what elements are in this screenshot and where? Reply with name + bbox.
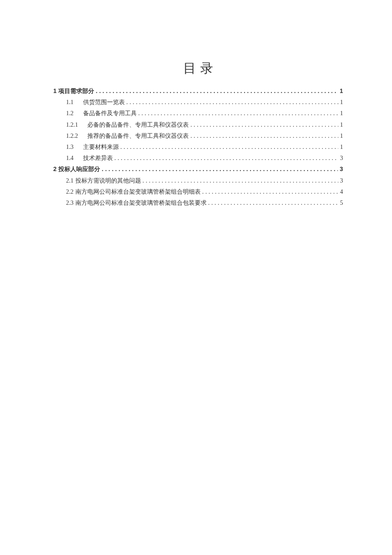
toc-entry-number: 1 bbox=[53, 86, 57, 96]
toc-entry-number: 1.2.1 bbox=[66, 119, 78, 130]
toc-entry-text: 南方电网公司标准台架变玻璃管桥架组合包装要求 bbox=[75, 198, 207, 208]
toc-entry-page: 5 bbox=[340, 198, 343, 208]
toc-entry-number: 2 bbox=[53, 164, 57, 174]
toc-entry-number: 2.2 bbox=[66, 186, 74, 197]
toc-leader-dots bbox=[143, 175, 339, 186]
toc-entry: 1.2.2推荐的备品备件、专用工具和仪器仪表1 bbox=[53, 131, 343, 141]
toc-entry-number: 1.1 bbox=[66, 97, 74, 108]
toc-entry-text: 主要材料来源 bbox=[83, 142, 119, 152]
table-of-contents: 1项目需求部分11.1供货范围一览表11.2备品备件及专用工具11.2.1必备的… bbox=[53, 86, 343, 208]
toc-entry-number: 1.4 bbox=[66, 153, 74, 163]
toc-entry-page: 4 bbox=[340, 186, 343, 197]
toc-entry-number: 2.1 bbox=[66, 175, 74, 186]
toc-leader-dots bbox=[96, 86, 338, 96]
toc-entry-page: 3 bbox=[340, 164, 343, 174]
toc-entry-text: 南方电网公司标准台架变玻璃管桥架组合明细表 bbox=[75, 186, 201, 197]
toc-entry-number: 1.3 bbox=[66, 142, 74, 152]
toc-entry-number: 1.2.2 bbox=[66, 131, 78, 141]
toc-leader-dots bbox=[208, 198, 339, 208]
toc-leader-dots bbox=[202, 186, 339, 197]
toc-entry-number: 2.3 bbox=[66, 198, 74, 208]
toc-entry: 1.4技术差异表3 bbox=[53, 153, 343, 163]
toc-entry: 1.2.1必备的备品备件、专用工具和仪器仪表1 bbox=[53, 119, 343, 130]
toc-entry-number: 1.2 bbox=[66, 108, 74, 119]
toc-leader-dots bbox=[102, 164, 338, 174]
toc-entry-text: 必备的备品备件、专用工具和仪器仪表 bbox=[87, 119, 189, 130]
toc-entry-text: 项目需求部分 bbox=[58, 86, 94, 96]
toc-entry-text: 投标人响应部分 bbox=[58, 164, 100, 174]
toc-title: 目录 bbox=[53, 60, 343, 77]
toc-leader-dots bbox=[138, 108, 339, 119]
toc-entry-page: 1 bbox=[340, 142, 343, 152]
toc-entry-text: 备品备件及专用工具 bbox=[83, 108, 137, 119]
toc-entry-text: 供货范围一览表 bbox=[83, 97, 125, 108]
toc-leader-dots bbox=[115, 153, 339, 163]
toc-leader-dots bbox=[190, 131, 338, 141]
toc-entry-page: 1 bbox=[340, 86, 343, 96]
toc-entry: 2.1投标方需说明的其他问题3 bbox=[53, 175, 343, 186]
toc-entry-text: 技术差异表 bbox=[83, 153, 113, 163]
toc-entry-page: 1 bbox=[340, 119, 343, 130]
toc-entry-page: 1 bbox=[340, 97, 343, 108]
toc-entry: 2.2南方电网公司标准台架变玻璃管桥架组合明细表4 bbox=[53, 186, 343, 197]
toc-entry: 2投标人响应部分3 bbox=[53, 164, 343, 174]
toc-entry: 1.3主要材料来源1 bbox=[53, 142, 343, 152]
toc-entry: 2.3南方电网公司标准台架变玻璃管桥架组合包装要求5 bbox=[53, 198, 343, 208]
toc-leader-dots bbox=[190, 119, 338, 130]
toc-entry-text: 投标方需说明的其他问题 bbox=[75, 175, 141, 186]
toc-entry-page: 1 bbox=[340, 108, 343, 119]
toc-entry-page: 1 bbox=[340, 131, 343, 141]
toc-entry-text: 推荐的备品备件、专用工具和仪器仪表 bbox=[87, 131, 189, 141]
toc-leader-dots bbox=[127, 97, 339, 108]
toc-entry: 1.2备品备件及专用工具1 bbox=[53, 108, 343, 119]
toc-entry: 1项目需求部分1 bbox=[53, 86, 343, 96]
toc-entry-page: 3 bbox=[340, 175, 343, 186]
toc-entry-page: 3 bbox=[340, 153, 343, 163]
toc-entry: 1.1供货范围一览表1 bbox=[53, 97, 343, 108]
toc-leader-dots bbox=[121, 142, 339, 152]
